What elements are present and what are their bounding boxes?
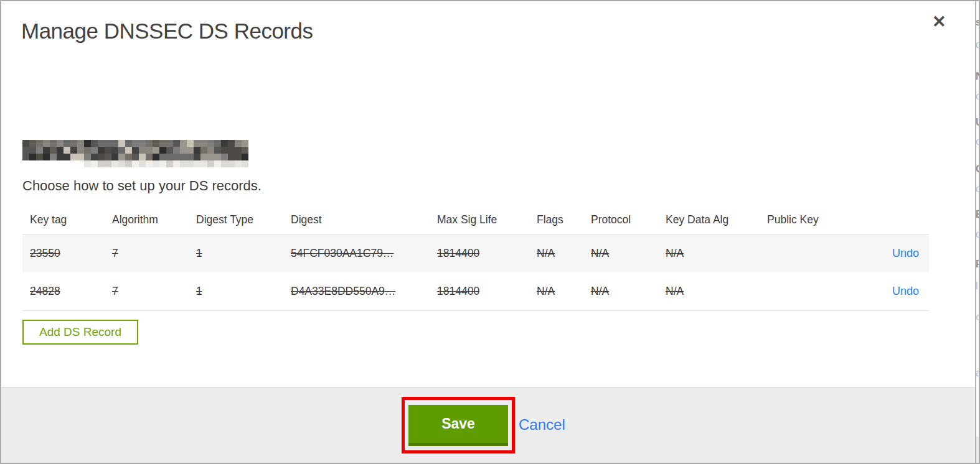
modal-right-border bbox=[975, 0, 976, 464]
cell-digest-type: 1 bbox=[189, 285, 283, 298]
header-algorithm: Algorithm bbox=[105, 213, 189, 226]
cell-protocol: N/A bbox=[583, 247, 658, 260]
redacted-domain-name bbox=[22, 140, 248, 168]
undo-link[interactable]: Undo bbox=[892, 247, 919, 259]
modal-footer: Save Cancel bbox=[0, 387, 975, 464]
cell-digest-type: 1 bbox=[189, 247, 283, 260]
cell-digest: D4A33E8DD550A9… bbox=[283, 285, 430, 298]
background-text-fragment: o bbox=[976, 137, 980, 147]
cell-algorithm: 7 bbox=[105, 247, 189, 260]
background-text-fragment: s bbox=[976, 17, 980, 27]
cancel-link[interactable]: Cancel bbox=[519, 416, 565, 434]
background-text-fragment: C bbox=[976, 164, 980, 174]
table-row: 23550 7 1 54FCF030AA1C79… 1814400 N/A N/… bbox=[22, 234, 929, 272]
header-flags: Flags bbox=[529, 213, 583, 226]
cell-algorithm: 7 bbox=[105, 285, 189, 298]
header-key-tag: Key tag bbox=[22, 213, 105, 226]
background-text-fragment: P bbox=[976, 259, 980, 269]
header-protocol: Protocol bbox=[583, 213, 658, 226]
background-text-fragment: E bbox=[976, 210, 980, 220]
instruction-text: Choose how to set up your DS records. bbox=[22, 178, 261, 194]
header-max-sig-life: Max Sig Life bbox=[430, 213, 529, 226]
background-text-fragment: l bbox=[976, 281, 978, 291]
table-header-row: Key tag Algorithm Digest Type Digest Max… bbox=[22, 205, 929, 234]
annotation-highlight-box: Save bbox=[402, 397, 515, 453]
header-digest: Digest bbox=[283, 213, 430, 226]
background-text-fragment: U bbox=[976, 118, 980, 128]
save-button[interactable]: Save bbox=[408, 405, 508, 446]
cell-protocol: N/A bbox=[583, 285, 658, 298]
add-ds-record-button[interactable]: Add DS Record bbox=[22, 320, 138, 345]
page-title: Manage DNSSEC DS Records bbox=[21, 19, 313, 44]
background-text-fragment: o bbox=[976, 312, 980, 322]
cell-flags: N/A bbox=[529, 285, 583, 298]
dnssec-modal: Manage DNSSEC DS Records ✕ Choose how to… bbox=[0, 0, 975, 464]
background-page-footer bbox=[976, 437, 980, 464]
table-row: 24828 7 1 D4A33E8DD550A9… 1814400 N/A N/… bbox=[22, 272, 929, 310]
undo-link[interactable]: Undo bbox=[892, 285, 919, 297]
cell-max-sig-life: 1814400 bbox=[430, 247, 529, 260]
cell-flags: N/A bbox=[529, 247, 583, 260]
header-public-key: Public Key bbox=[760, 213, 847, 226]
background-text-fragment: o bbox=[976, 230, 980, 239]
cell-digest: 54FCF030AA1C79… bbox=[283, 247, 430, 260]
table-body: 23550 7 1 54FCF030AA1C79… 1814400 N/A N/… bbox=[22, 234, 929, 311]
background-text-fragment: d bbox=[976, 40, 980, 50]
cell-max-sig-life: 1814400 bbox=[430, 285, 529, 298]
background-text-fragment: a bbox=[976, 368, 980, 378]
background-text-fragment: o bbox=[976, 184, 980, 194]
background-page-sliver: sdNoUoCoEoPloa bbox=[976, 0, 980, 464]
header-key-data-alg: Key Data Alg bbox=[658, 213, 760, 226]
cell-key-data-alg: N/A bbox=[658, 285, 760, 298]
background-text-fragment: o bbox=[976, 91, 980, 101]
cell-key-tag: 23550 bbox=[22, 247, 105, 260]
screenshot-root: Manage DNSSEC DS Records ✕ Choose how to… bbox=[0, 0, 980, 464]
header-digest-type: Digest Type bbox=[189, 213, 283, 226]
cell-key-data-alg: N/A bbox=[658, 247, 760, 260]
cell-key-tag: 24828 bbox=[22, 285, 105, 298]
close-icon[interactable]: ✕ bbox=[932, 14, 946, 30]
ds-records-table: Key tag Algorithm Digest Type Digest Max… bbox=[22, 205, 929, 311]
background-text-fragment: N bbox=[976, 72, 980, 81]
